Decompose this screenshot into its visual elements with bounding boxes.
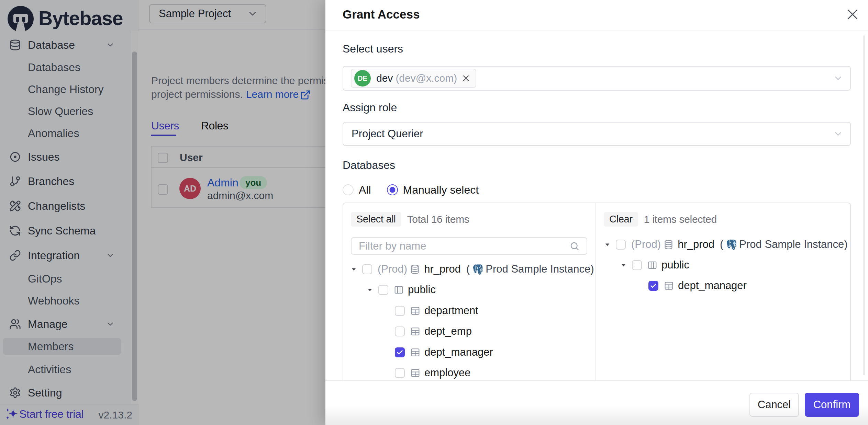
- tree-checkbox[interactable]: [632, 260, 642, 270]
- radio-all-label: All: [359, 184, 371, 196]
- selected-user-chip[interactable]: DE dev (dev@x.com): [351, 69, 476, 88]
- chip-remove-icon[interactable]: [462, 74, 470, 82]
- instance-name: Prod Sample Instance): [739, 238, 847, 251]
- table-name: dept_manager: [424, 346, 493, 358]
- table-icon: [410, 326, 420, 336]
- table-name: department: [424, 305, 478, 317]
- caret-down-icon[interactable]: [603, 240, 612, 249]
- role-select-value: Project Querier: [352, 128, 423, 140]
- tree-row-public-selected[interactable]: public: [619, 255, 689, 275]
- tree-row-hr-prod-selected[interactable]: (Prod) hr_prod ( Prod Sample Instance): [603, 234, 848, 255]
- tree-checkbox[interactable]: [378, 285, 388, 295]
- postgresql-icon: [472, 263, 483, 275]
- tree-row-dept-emp[interactable]: dept_emp: [395, 321, 472, 342]
- schema-name: public: [661, 259, 689, 271]
- database-name: hr_prod: [424, 263, 461, 275]
- transfer-source-pane: Select all Total 16 items Filter by name…: [343, 203, 596, 380]
- postgresql-icon: [726, 239, 736, 250]
- transfer-divider: [595, 203, 596, 380]
- close-icon[interactable]: [845, 7, 860, 22]
- tree-checkbox-checked[interactable]: [648, 281, 658, 291]
- chip-user-email: (dev@x.com): [396, 72, 457, 84]
- filter-placeholder: Filter by name: [359, 240, 426, 252]
- caret-down-icon[interactable]: [349, 265, 358, 274]
- check-icon: [650, 282, 657, 289]
- schema-icon: [394, 285, 404, 295]
- drawer-header: Grant Access: [325, 0, 868, 31]
- database-transfer: Select all Total 16 items Filter by name…: [343, 203, 851, 380]
- tree-row-dept-manager[interactable]: dept_manager: [395, 342, 493, 363]
- instance-paren: (: [466, 263, 470, 275]
- schema-name: public: [408, 284, 436, 296]
- instance-name: Prod Sample Instance): [486, 263, 594, 275]
- env-label: (Prod): [378, 263, 407, 275]
- table-name: dept_manager: [678, 279, 747, 292]
- source-pane-header: Select all Total 16 items: [351, 212, 469, 227]
- users-multiselect[interactable]: DE dev (dev@x.com): [343, 66, 851, 91]
- tree-checkbox[interactable]: [395, 306, 405, 316]
- tree-checkbox[interactable]: [616, 240, 626, 250]
- schema-icon: [647, 260, 657, 270]
- radio-all[interactable]: [343, 184, 354, 195]
- table-icon: [410, 347, 420, 357]
- table-icon: [410, 306, 420, 316]
- cancel-button[interactable]: Cancel: [749, 393, 799, 417]
- check-icon: [396, 349, 403, 356]
- transfer-target-pane: Clear 1 items selected (Prod) hr_prod (: [596, 203, 850, 380]
- table-name: employee: [424, 367, 470, 379]
- drawer-footer: Cancel Confirm: [325, 380, 868, 425]
- env-label: (Prod): [631, 238, 661, 251]
- chevron-down-icon: [833, 129, 843, 139]
- total-items-label: Total 16 items: [407, 214, 469, 225]
- database-icon: [410, 264, 420, 274]
- chevron-down-icon: [833, 73, 843, 83]
- confirm-button[interactable]: Confirm: [805, 393, 859, 417]
- drawer-body: Select users DE dev (dev@x.com) Assign r…: [325, 31, 868, 380]
- select-all-button[interactable]: Select all: [351, 212, 401, 227]
- instance-paren: (: [720, 238, 723, 251]
- databases-label: Databases: [343, 159, 395, 172]
- grant-access-drawer: Grant Access Select users DE dev (dev@x.…: [325, 0, 868, 425]
- tree-row-public[interactable]: public: [366, 279, 436, 300]
- database-scope-radios: All Manually select: [343, 184, 479, 196]
- tree-checkbox-checked[interactable]: [395, 347, 405, 357]
- avatar: DE: [354, 70, 371, 87]
- role-select[interactable]: Project Querier: [343, 122, 851, 146]
- target-pane-header: Clear 1 items selected: [604, 212, 717, 227]
- caret-down-icon[interactable]: [619, 261, 628, 269]
- table-icon: [664, 281, 674, 291]
- radio-manually-select[interactable]: [387, 184, 398, 195]
- table-name: dept_emp: [424, 325, 472, 337]
- caret-down-icon[interactable]: [366, 286, 374, 294]
- tree-row-employee[interactable]: employee: [395, 363, 470, 380]
- drawer-title: Grant Access: [343, 8, 420, 21]
- clear-button[interactable]: Clear: [604, 212, 638, 227]
- tree-row-department[interactable]: department: [395, 300, 478, 321]
- tree-checkbox[interactable]: [362, 264, 372, 274]
- filter-input[interactable]: Filter by name: [351, 237, 587, 255]
- radio-manual-label: Manually select: [403, 184, 479, 196]
- drawer-scrollbar-rail[interactable]: [863, 35, 865, 375]
- select-users-label: Select users: [343, 43, 403, 55]
- database-name: hr_prod: [678, 238, 714, 251]
- database-icon: [664, 240, 674, 250]
- tree-row-hr-prod[interactable]: (Prod) hr_prod ( Prod Sample Instance): [349, 259, 594, 279]
- tree-checkbox[interactable]: [395, 368, 405, 378]
- search-icon: [569, 241, 580, 251]
- tree-checkbox[interactable]: [395, 326, 405, 336]
- selected-count-label: 1 items selected: [644, 214, 717, 225]
- modal-overlay[interactable]: [0, 0, 325, 425]
- assign-role-label: Assign role: [343, 101, 397, 114]
- table-icon: [410, 368, 420, 378]
- chip-user-name: dev: [376, 72, 393, 84]
- tree-row-dept-manager-selected[interactable]: dept_manager: [648, 275, 747, 296]
